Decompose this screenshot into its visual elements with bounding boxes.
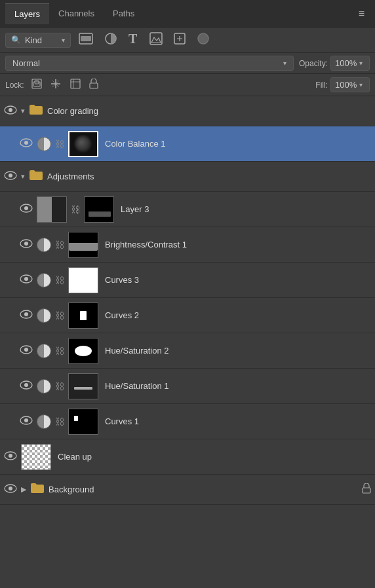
layer-mode-filter-icon[interactable] (194, 31, 212, 49)
layer-curves-3[interactable]: ⛓ Curves 3 (0, 263, 375, 298)
layer-name: Curves 3 (105, 275, 139, 285)
chain-icon[interactable]: ⛓ (55, 310, 64, 321)
tab-paths[interactable]: Paths (104, 3, 144, 24)
adjustment-icon (37, 414, 51, 429)
layer-brightness-contrast-1[interactable]: ⛓ Brightness/Contrast 1 (0, 227, 375, 263)
layers-list: ▾ Color grading ⛓ Color Balance 1 (0, 96, 375, 505)
svg-point-33 (9, 454, 12, 458)
chain-icon[interactable]: ⛓ (55, 381, 64, 392)
blend-chevron-icon: ▾ (283, 60, 286, 67)
visibility-icon[interactable] (20, 380, 33, 392)
opacity-value: 100% (335, 58, 357, 68)
adjustment-icon (37, 308, 51, 323)
svg-point-23 (24, 277, 28, 281)
group-name: Background (49, 485, 94, 494)
layer-name: Layer 3 (121, 204, 149, 214)
visibility-icon[interactable] (20, 416, 33, 428)
visibility-icon[interactable] (4, 105, 17, 117)
layer-layer3[interactable]: ⛓ Layer 3 (0, 192, 375, 227)
layer-mask-thumbnail (84, 196, 114, 223)
visibility-icon[interactable] (4, 171, 17, 183)
chain-icon[interactable]: ⛓ (71, 204, 80, 215)
fill-label: Fill: (315, 81, 328, 90)
layer-curves-2[interactable]: ⛓ Curves 2 (0, 298, 375, 333)
search-icon: 🔍 (11, 35, 21, 45)
adjustment-icon (37, 137, 51, 151)
layer-curves-1[interactable]: ⛓ Curves 1 (0, 404, 375, 439)
shape-layer-filter-icon[interactable] (147, 31, 165, 49)
chain-icon[interactable]: ⛓ (55, 346, 64, 356)
visibility-icon[interactable] (20, 138, 33, 150)
adjustment-icon (37, 344, 51, 358)
opacity-label: Opacity: (299, 59, 328, 68)
lock-position-icon[interactable] (48, 77, 64, 93)
opacity-input[interactable]: 100% ▾ (330, 56, 370, 71)
svg-point-19 (24, 206, 28, 210)
tab-bar: Layers Channels Paths ≡ (0, 0, 375, 28)
layer-hue-saturation-1[interactable]: ⛓ Hue/Saturation 1 (0, 369, 375, 404)
tab-layers[interactable]: Layers (5, 3, 49, 24)
folder-icon (29, 169, 43, 184)
visibility-icon[interactable] (20, 345, 33, 357)
smart-object-filter-icon[interactable] (170, 31, 189, 49)
chain-icon[interactable]: ⛓ (55, 416, 64, 427)
panel-menu-icon[interactable]: ≡ (353, 5, 370, 22)
layer-thumbnail (68, 232, 98, 258)
visibility-icon[interactable] (4, 484, 17, 496)
visibility-icon[interactable] (20, 204, 33, 215)
chain-icon[interactable]: ⛓ (55, 275, 64, 285)
svg-point-29 (24, 383, 28, 387)
fill-group: Fill: 100% ▾ (315, 77, 370, 92)
expand-icon[interactable]: ▾ (21, 107, 25, 115)
adjustment-icon (37, 379, 51, 394)
adjustment-layer-filter-icon[interactable] (101, 31, 121, 49)
chain-icon[interactable]: ⛓ (55, 240, 64, 250)
svg-point-21 (24, 242, 28, 246)
visibility-icon[interactable] (4, 451, 17, 463)
opacity-group: Opacity: 100% ▾ (299, 56, 370, 71)
lock-icon (362, 483, 371, 496)
visibility-icon[interactable] (20, 239, 33, 251)
folder-icon (30, 482, 45, 497)
lock-pixels-icon[interactable] (30, 77, 44, 92)
svg-text:T: T (128, 32, 138, 45)
svg-point-6 (198, 33, 208, 44)
pixel-layer-filter-icon[interactable] (76, 31, 96, 48)
tab-channels[interactable]: Channels (49, 3, 104, 24)
fill-input[interactable]: 100% ▾ (330, 77, 370, 92)
lock-artboards-icon[interactable] (68, 77, 83, 93)
layer-thumbnail (21, 444, 51, 470)
lock-label: Lock: (5, 81, 24, 90)
expand-icon[interactable]: ▾ (21, 172, 25, 181)
kind-dropdown[interactable]: 🔍 Kind ▾ (5, 33, 71, 48)
svg-point-31 (24, 418, 28, 422)
chain-icon[interactable]: ⛓ (55, 139, 64, 149)
layer-thumbnail (68, 373, 98, 399)
fill-value: 100% (335, 80, 357, 90)
layer-thumbnail (68, 303, 98, 329)
layer-name: Hue/Saturation 1 (105, 381, 169, 391)
layer-name: Brightness/Contrast 1 (105, 240, 187, 249)
lock-fill-row: Lock: Fill: 100% ▾ (0, 74, 375, 96)
group-adjustments[interactable]: ▾ Adjustments (0, 162, 375, 192)
visibility-icon[interactable] (20, 310, 33, 322)
collapse-icon[interactable]: ▶ (21, 485, 26, 494)
layer-color-balance-1[interactable]: ⛓ Color Balance 1 (0, 126, 375, 162)
group-color-grading[interactable]: ▾ Color grading (0, 96, 375, 126)
layer-name: Clean up (58, 452, 92, 462)
svg-rect-1 (81, 36, 91, 41)
adjustment-icon (37, 273, 51, 287)
visibility-icon[interactable] (20, 274, 33, 286)
group-background[interactable]: ▶ Background (0, 475, 375, 505)
blend-opacity-row: Normal ▾ Opacity: 100% ▾ (0, 53, 375, 74)
svg-rect-10 (71, 79, 80, 88)
type-layer-filter-icon[interactable]: T (126, 31, 142, 49)
lock-all-icon[interactable] (87, 77, 100, 92)
svg-rect-36 (363, 488, 370, 493)
layer-name: Hue/Saturation 2 (105, 346, 169, 356)
layer-cleanup[interactable]: Clean up (0, 439, 375, 475)
layer-thumbnail (68, 409, 98, 435)
layer-hue-saturation-2[interactable]: ⛓ Hue/Saturation 2 (0, 333, 375, 369)
blend-mode-dropdown[interactable]: Normal ▾ (5, 56, 294, 71)
layer-name: Curves 2 (105, 310, 139, 320)
